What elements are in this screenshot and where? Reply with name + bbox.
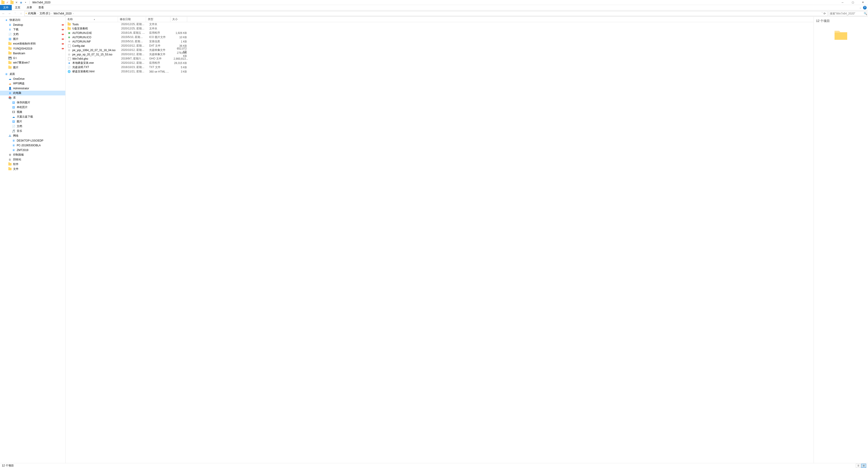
tree-item[interactable]: 👤Administrator — [0, 86, 65, 91]
iso-icon: ◎ — [67, 49, 71, 52]
tree-item[interactable]: ☁WPS网盘 — [0, 81, 65, 86]
tab-home[interactable]: 主页 — [12, 5, 24, 10]
up-button[interactable]: ↑ — [19, 11, 24, 16]
refresh-icon[interactable]: ⟳ — [824, 12, 826, 15]
tree-item[interactable]: 文件 — [0, 167, 65, 171]
tree-item[interactable]: 📄文档 — [0, 124, 65, 129]
tree-item-label: 文档 — [13, 32, 61, 36]
qat-dropdown-icon[interactable]: ▼ — [24, 1, 27, 4]
tree-item[interactable]: ⚙控制面板 — [0, 152, 65, 157]
file-row[interactable]: 🌐硬盘安装教程.html2016/11/21, 星期一 2...360 se H… — [66, 69, 813, 74]
file-row[interactable]: ◉AUTORUN.ICO2015/5/10, 星期日 02...ICO 图片文件… — [66, 35, 813, 39]
file-row[interactable]: 📄光盘说明.TXT2016/10/23, 星期日 0...TXT 文件5 KB — [66, 65, 813, 69]
minimize-button[interactable]: ─ — [837, 0, 848, 5]
tree-item[interactable]: 🖥DESKTOP-LSSOEDP — [0, 138, 65, 143]
library-icon: 📚 — [8, 96, 12, 100]
pin-icon: 📌 — [61, 28, 64, 31]
address-dropdown-icon[interactable]: ˅ — [822, 12, 823, 15]
search-input[interactable] — [830, 12, 864, 15]
file-name: AUTORUN.ICO — [72, 36, 119, 39]
tree-item[interactable]: 软件 — [0, 162, 65, 167]
tree-item[interactable]: 🖥PC-20190530OBLA — [0, 143, 65, 148]
tree-item-label: ZMT2019 — [17, 149, 64, 152]
tree-item[interactable]: 🖧网络 — [0, 133, 65, 138]
view-icons-button[interactable]: ⊞ — [861, 464, 866, 468]
tree-item[interactable]: ☁天翼云盘下载 — [0, 115, 65, 119]
column-name[interactable]: 名称▲ — [66, 17, 118, 22]
column-type[interactable]: 类型 — [146, 17, 170, 22]
breadcrumb-item: 文档 (E:) — [39, 11, 51, 15]
tab-view[interactable]: 查看 — [35, 5, 47, 10]
file-row[interactable]: Tools2020/12/25, 星期五 1...文件夹 — [66, 22, 813, 27]
tree-item[interactable]: 🖼图片 — [0, 119, 65, 124]
column-size[interactable]: 大小 — [170, 17, 187, 22]
tree-item[interactable]: excel表格制作求和📌 — [0, 41, 65, 46]
file-name: pe_yqs_xp_20_07_31_15_53.iso — [72, 53, 119, 56]
tab-share[interactable]: 共享 — [24, 5, 35, 10]
address-bar[interactable]: › 此电脑 › 文档 (E:) › Win7x64_2020 › ˅ ⟳ — [24, 11, 828, 16]
documents-icon: 📄 — [12, 125, 16, 128]
tree-item[interactable]: 图片 — [0, 65, 65, 70]
user-icon: 👤 — [8, 87, 12, 90]
folder-icon — [8, 66, 12, 69]
txt-icon: 📄 — [67, 66, 71, 69]
back-button[interactable]: ← — [1, 11, 6, 16]
tree-item[interactable]: 📄文档📌 — [0, 32, 65, 37]
qat-app-icon[interactable]: ◉ — [20, 1, 23, 4]
chevron-right-icon[interactable]: › — [73, 12, 74, 15]
search-icon[interactable]: 🔍 — [864, 12, 867, 15]
tree-item[interactable]: 🖥桌面 — [0, 72, 65, 76]
tree-item[interactable]: 📚库 — [0, 95, 65, 100]
tree-item[interactable]: 🖼图片📌 — [0, 37, 65, 41]
tree-item[interactable]: 🗑回收站 — [0, 157, 65, 162]
chevron-right-icon[interactable]: › — [37, 12, 38, 15]
file-name: Config.dat — [72, 44, 119, 48]
file-type: 文件夹 — [147, 27, 172, 31]
html-icon: 🌐 — [67, 70, 71, 73]
file-row[interactable]: ▣AUTORUN.EXE2016/1/8, 星期五 04:...应用程序1,92… — [66, 31, 813, 35]
search-box[interactable]: 🔍 — [829, 11, 867, 16]
tab-file[interactable]: 文件 — [0, 5, 12, 10]
qat-item-icon[interactable]: ✓ — [6, 1, 9, 4]
close-button[interactable]: ✕ — [858, 0, 868, 5]
tree-item[interactable]: 🎞视频 — [0, 110, 65, 115]
pictures-icon: 🖼 — [8, 37, 12, 41]
tree-item[interactable]: YUNQISHI2019📌 — [0, 46, 65, 51]
tree-item[interactable]: ★快速访问 — [0, 18, 65, 22]
column-date[interactable]: 修改日期 — [118, 17, 146, 22]
chevron-right-icon[interactable]: › — [52, 12, 52, 15]
recent-dropdown-icon[interactable]: ˅ — [13, 11, 18, 16]
forward-button[interactable]: → — [7, 11, 12, 16]
file-row[interactable]: ◈本地硬盘安装.exe2020/10/12, 星期一 1...应用程序28,31… — [66, 61, 813, 65]
view-details-button[interactable]: ☰ — [856, 464, 861, 468]
tree-item[interactable]: ⬇下载📌 — [0, 27, 65, 32]
folder-icon — [8, 52, 12, 55]
help-icon[interactable]: ? — [863, 6, 867, 9]
quick-access-toolbar: ✓ ✕ ◉ ▼ — [0, 1, 29, 4]
tree-item[interactable]: 🖥Desktop📌 — [0, 22, 65, 27]
breadcrumb-item: 此电脑 — [27, 11, 37, 15]
file-row[interactable]: ⚙AUTORUN.INF2015/5/10, 星期日 02...安装信息1 KB — [66, 39, 813, 44]
file-type: 360 se HTML Do... — [147, 70, 172, 73]
tree-item[interactable]: 🖥ZMT2019 — [0, 148, 65, 152]
breadcrumb-item: Win7x64_2020 — [53, 12, 72, 15]
file-row[interactable]: ◎pe_yqs_xp_20_07_31_15_53.iso2020/10/12,… — [66, 52, 813, 57]
tree-item[interactable]: 🖼保存的图片 — [0, 100, 65, 105]
qat-item-icon[interactable] — [10, 1, 13, 4]
tree-item[interactable]: ☁OneDrive — [0, 76, 65, 81]
tree-item[interactable]: Bandicam — [0, 51, 65, 56]
file-date: 2020/10/12, 星期一 1... — [119, 53, 147, 56]
file-row[interactable]: Win7x64.gho2019/9/7, 星期六 19:...GHO 文件2,9… — [66, 57, 813, 61]
file-row[interactable]: U盘安装教程2020/12/25, 星期五 1...文件夹 — [66, 27, 813, 31]
tree-item[interactable]: 🖼本机照片 — [0, 105, 65, 110]
tree-item[interactable]: 🎵音乐 — [0, 129, 65, 133]
navigation-tree[interactable]: ★快速访问🖥Desktop📌⬇下载📌📄文档📌🖼图片📌excel表格制作求和📌YU… — [0, 17, 66, 463]
tree-item[interactable]: 💾G:\ — [0, 56, 65, 60]
tree-item-label: PC-20190530OBLA — [17, 144, 64, 147]
ribbon-expand-icon[interactable]: ⌄ — [860, 6, 861, 9]
tree-item[interactable]: 🖥此电脑 — [0, 91, 65, 95]
tree-item[interactable]: win7重装win7 — [0, 60, 65, 65]
qat-close-icon[interactable]: ✕ — [15, 1, 18, 4]
maximize-button[interactable]: ▢ — [848, 0, 858, 5]
file-date: 2016/10/23, 星期日 0... — [119, 65, 147, 69]
